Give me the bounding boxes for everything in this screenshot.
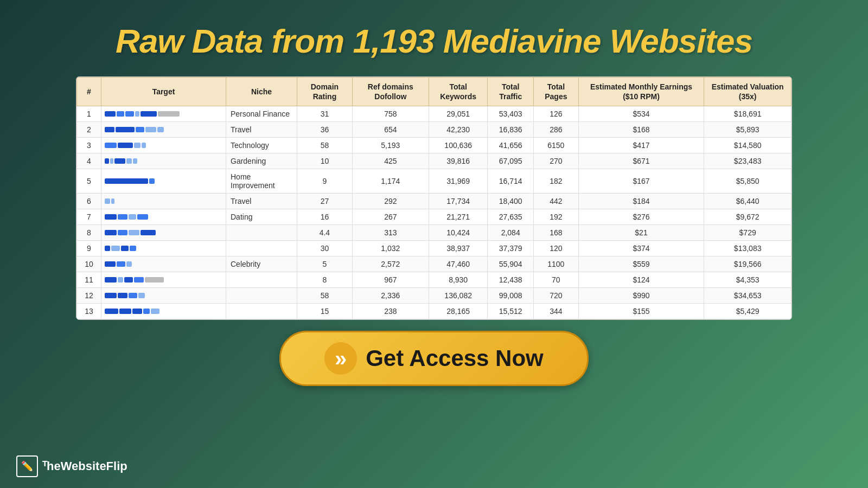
cell-earnings: $374 — [578, 241, 704, 256]
cell-ref: 758 — [352, 106, 429, 122]
cell-target — [101, 272, 226, 288]
cell-traffic: 12,438 — [488, 272, 534, 288]
data-table: # Target Niche Domain Rating Ref domains… — [76, 77, 792, 319]
logo-text: ᵀheWebsiteFlip — [42, 459, 127, 473]
cell-dr: 30 — [297, 241, 353, 256]
col-header-pages: Total Pages — [533, 78, 578, 106]
page-title: Raw Data from 1,193 Mediavine Websites — [0, 0, 868, 71]
cell-niche — [226, 288, 297, 304]
cell-earnings: $534 — [578, 106, 704, 122]
cell-pages: 720 — [533, 288, 578, 304]
cell-target — [101, 288, 226, 304]
cell-valuation: $34,653 — [704, 288, 792, 304]
col-header-ref: Ref domains Dofollow — [352, 78, 429, 106]
cell-num: 6 — [77, 194, 101, 209]
cell-target — [101, 194, 226, 209]
cell-ref: 425 — [352, 153, 429, 169]
cell-valuation: $13,083 — [704, 241, 792, 256]
cell-traffic: 2,084 — [488, 225, 534, 241]
cell-keywords: 17,734 — [429, 194, 487, 209]
cell-niche: Gardening — [226, 153, 297, 169]
cell-pages: 168 — [533, 225, 578, 241]
cell-keywords: 100,636 — [429, 138, 487, 153]
cell-traffic: 67,095 — [488, 153, 534, 169]
cell-keywords: 8,930 — [429, 272, 487, 288]
cell-traffic: 99,008 — [488, 288, 534, 304]
cell-earnings: $276 — [578, 209, 704, 225]
cell-ref: 5,193 — [352, 138, 429, 153]
table-row: 5Home Improvement91,17431,96916,714182$1… — [77, 169, 792, 194]
col-header-traffic: Total Traffic — [488, 78, 534, 106]
cell-valuation: $4,353 — [704, 272, 792, 288]
cell-pages: 6150 — [533, 138, 578, 153]
table-row: 1189678,93012,43870$124$4,353 — [77, 272, 792, 288]
cell-earnings: $168 — [578, 122, 704, 138]
cell-earnings: $184 — [578, 194, 704, 209]
cell-niche: Dating — [226, 209, 297, 225]
cta-button[interactable]: » Get Access Now — [279, 331, 589, 386]
cell-valuation: $9,672 — [704, 209, 792, 225]
cell-dr: 15 — [297, 304, 353, 319]
cell-ref: 267 — [352, 209, 429, 225]
cell-earnings: $124 — [578, 272, 704, 288]
cell-dr: 8 — [297, 272, 353, 288]
cell-earnings: $155 — [578, 304, 704, 319]
cell-valuation: $23,483 — [704, 153, 792, 169]
cell-ref: 967 — [352, 272, 429, 288]
cell-valuation: $5,850 — [704, 169, 792, 194]
cell-pages: 126 — [533, 106, 578, 122]
logo-icon: ✏️ — [16, 455, 38, 477]
cell-num: 11 — [77, 272, 101, 288]
cell-pages: 192 — [533, 209, 578, 225]
cell-dr: 36 — [297, 122, 353, 138]
cell-target — [101, 106, 226, 122]
table-body: 1Personal Finance3175829,05153,403126$53… — [77, 106, 792, 319]
cell-valuation: $14,580 — [704, 138, 792, 153]
col-header-dr: Domain Rating — [297, 78, 353, 106]
cell-ref: 313 — [352, 225, 429, 241]
col-header-target: Target — [101, 78, 226, 106]
cell-niche — [226, 225, 297, 241]
cell-ref: 1,174 — [352, 169, 429, 194]
cell-valuation: $5,429 — [704, 304, 792, 319]
cell-target — [101, 225, 226, 241]
cell-pages: 182 — [533, 169, 578, 194]
cell-traffic: 53,403 — [488, 106, 534, 122]
cell-target — [101, 209, 226, 225]
cell-target — [101, 138, 226, 153]
data-table-container: # Target Niche Domain Rating Ref domains… — [76, 76, 792, 320]
cell-traffic: 41,656 — [488, 138, 534, 153]
col-header-keywords: Total Keywords — [429, 78, 487, 106]
col-header-niche: Niche — [226, 78, 297, 106]
cell-dr: 16 — [297, 209, 353, 225]
table-row: 10Celebrity52,57247,46055,9041100$559$19… — [77, 256, 792, 272]
cell-valuation: $729 — [704, 225, 792, 241]
table-row: 6Travel2729217,73418,400442$184$6,440 — [77, 194, 792, 209]
cell-dr: 27 — [297, 194, 353, 209]
cell-dr: 31 — [297, 106, 353, 122]
table-row: 3Technology585,193100,63641,6566150$417$… — [77, 138, 792, 153]
cell-niche: Celebrity — [226, 256, 297, 272]
cta-container: » Get Access Now — [0, 331, 868, 386]
cell-target — [101, 169, 226, 194]
table-row: 2Travel3665442,23016,836286$168$5,893 — [77, 122, 792, 138]
logo-area: ✏️ ᵀheWebsiteFlip — [16, 455, 127, 477]
cell-pages: 120 — [533, 241, 578, 256]
table-row: 84.431310,4242,084168$21$729 — [77, 225, 792, 241]
cell-num: 4 — [77, 153, 101, 169]
table-row: 131523828,16515,512344$155$5,429 — [77, 304, 792, 319]
cell-keywords: 42,230 — [429, 122, 487, 138]
cell-traffic: 37,379 — [488, 241, 534, 256]
cell-target — [101, 122, 226, 138]
cell-niche: Travel — [226, 122, 297, 138]
table-row: 12582,336136,08299,008720$990$34,653 — [77, 288, 792, 304]
cell-num: 5 — [77, 169, 101, 194]
cell-niche: Home Improvement — [226, 169, 297, 194]
cell-traffic: 15,512 — [488, 304, 534, 319]
cell-target — [101, 304, 226, 319]
cell-pages: 1100 — [533, 256, 578, 272]
cell-pages: 442 — [533, 194, 578, 209]
cell-keywords: 28,165 — [429, 304, 487, 319]
cta-button-label: Get Access Now — [366, 345, 544, 371]
cell-num: 1 — [77, 106, 101, 122]
